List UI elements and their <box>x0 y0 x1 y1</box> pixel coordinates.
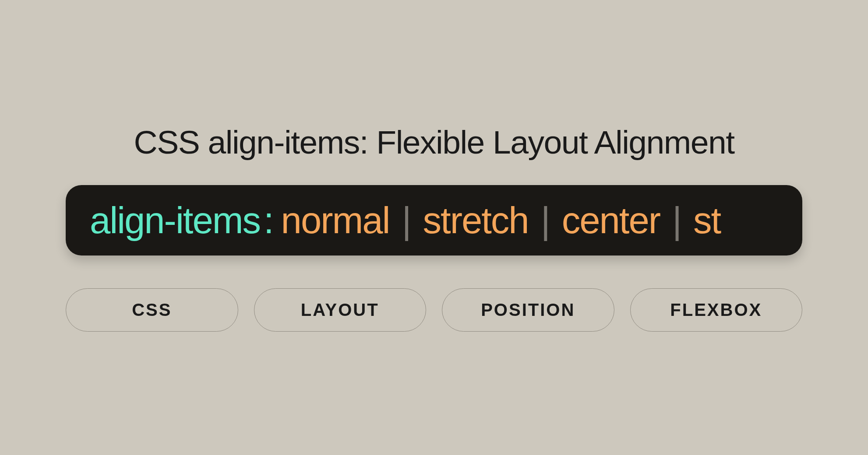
tag-css: CSS <box>66 288 238 332</box>
code-syntax-bar: align-items : normal | stretch | center … <box>66 185 802 256</box>
css-colon: : <box>264 202 273 239</box>
css-value-normal: normal <box>281 202 390 239</box>
page-title: CSS align-items: Flexible Layout Alignme… <box>134 123 734 161</box>
value-separator: | <box>402 202 410 239</box>
css-property-name: align-items <box>90 202 260 239</box>
tag-flexbox: FLEXBOX <box>630 288 803 332</box>
value-separator: | <box>541 202 550 239</box>
value-separator: | <box>672 202 681 239</box>
tag-row: CSS LAYOUT POSITION FLEXBOX <box>66 288 802 332</box>
css-value-stretch: stretch <box>423 202 529 239</box>
css-value-truncated: st <box>693 202 720 239</box>
content-container: CSS align-items: Flexible Layout Alignme… <box>0 123 868 332</box>
css-value-center: center <box>562 202 660 239</box>
tag-position: POSITION <box>442 288 614 332</box>
tag-layout: LAYOUT <box>254 288 427 332</box>
